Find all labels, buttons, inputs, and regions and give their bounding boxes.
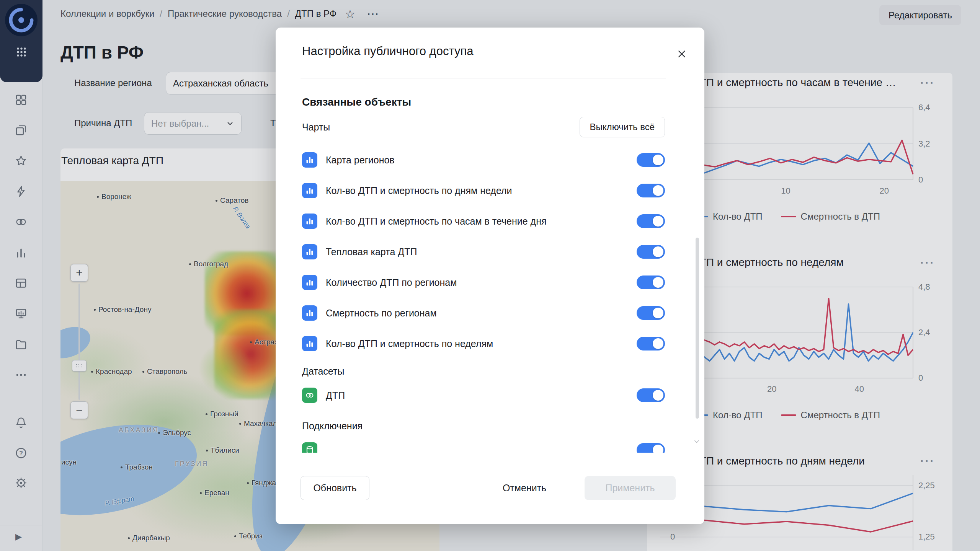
modal-body: Связанные объекты Чарты Выключить всё Ка… bbox=[276, 78, 697, 453]
charts-toggle-list: Карта регионовКол-во ДТП и смертность по… bbox=[302, 145, 665, 359]
chart-icon bbox=[302, 152, 317, 168]
disable-all-button[interactable]: Выключить всё bbox=[580, 117, 665, 137]
scrollbar-thumb[interactable] bbox=[696, 238, 699, 419]
datasets-toggle-list: ДТП bbox=[302, 380, 665, 411]
public-access-modal: Настройка публичного доступа Связанные о… bbox=[276, 28, 704, 524]
object-label: Карта регионов bbox=[326, 155, 395, 166]
chart-row: Количество ДТП по регионам bbox=[302, 267, 665, 298]
chart-icon bbox=[302, 305, 317, 321]
connections-group-label: Подключения bbox=[302, 421, 697, 432]
update-button[interactable]: Обновить bbox=[301, 476, 369, 500]
scroll-down-icon bbox=[693, 438, 701, 447]
object-label: ДТП bbox=[326, 390, 345, 401]
chart-row: Смертность по регионам bbox=[302, 298, 665, 328]
apply-button[interactable]: Применить bbox=[585, 476, 676, 500]
toggle-switch[interactable] bbox=[637, 153, 665, 167]
chart-icon bbox=[302, 336, 317, 351]
cancel-button[interactable]: Отменить bbox=[492, 476, 557, 500]
datasets-group-label: Датасеты bbox=[302, 366, 697, 377]
toggle-switch[interactable] bbox=[637, 337, 665, 350]
chart-icon bbox=[302, 244, 317, 259]
toggle-switch[interactable] bbox=[637, 276, 665, 289]
chart-row: Кол-во ДТП и смертность по неделям bbox=[302, 328, 665, 359]
toggle-switch[interactable] bbox=[637, 443, 665, 453]
connection-icon bbox=[302, 442, 317, 453]
toggle-switch[interactable] bbox=[637, 306, 665, 320]
close-icon[interactable] bbox=[674, 46, 690, 62]
toggle-switch[interactable] bbox=[637, 245, 665, 259]
charts-group-label: Чарты bbox=[302, 122, 330, 133]
dataset-row: ДТП bbox=[302, 380, 665, 411]
object-label: Смертность по регионам bbox=[326, 308, 437, 319]
object-label: Количество ДТП по регионам bbox=[326, 277, 457, 288]
connections-toggle-list bbox=[302, 435, 665, 453]
chart-icon bbox=[302, 275, 317, 290]
object-label: Тепловая карта ДТП bbox=[326, 246, 417, 258]
object-label: Кол-во ДТП и смертность по часам в течен… bbox=[326, 216, 547, 227]
object-label: Кол-во ДТП и смертность по неделям bbox=[326, 338, 493, 349]
connection-row bbox=[302, 435, 665, 453]
chart-row: Кол-во ДТП и смертность по дням недели bbox=[302, 175, 665, 206]
modal-title: Настройка публичного доступа bbox=[302, 44, 474, 58]
chart-row: Кол-во ДТП и смертность по часам в течен… bbox=[302, 206, 665, 236]
chart-row: Тепловая карта ДТП bbox=[302, 236, 665, 267]
chart-icon bbox=[302, 183, 317, 198]
related-objects-title: Связанные объекты bbox=[302, 96, 697, 108]
object-label: Кол-во ДТП и смертность по дням недели bbox=[326, 185, 512, 196]
dataset-icon bbox=[302, 388, 317, 403]
chart-icon bbox=[302, 214, 317, 229]
chart-row: Карта регионов bbox=[302, 145, 665, 175]
toggle-switch[interactable] bbox=[637, 184, 665, 197]
toggle-switch[interactable] bbox=[637, 214, 665, 228]
toggle-switch[interactable] bbox=[637, 388, 665, 402]
